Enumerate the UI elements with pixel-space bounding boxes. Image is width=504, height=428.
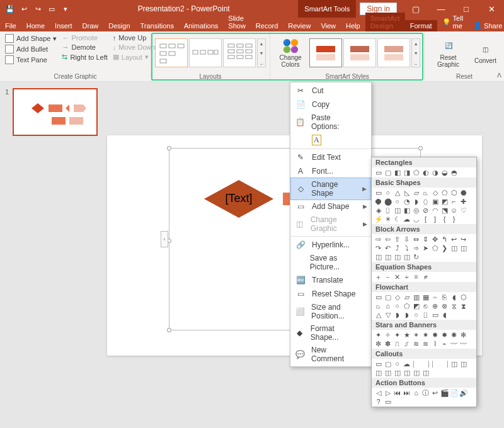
style-option-1[interactable] [309, 38, 342, 67]
shape-fc-card[interactable]: ◩ [411, 301, 421, 310]
shape-arrow-chevron[interactable]: ❯ [440, 244, 449, 252]
shape-callout-oval[interactable]: ○ [392, 359, 402, 368]
tab-smartart-design[interactable]: SmartArt Design [365, 13, 405, 31]
shape-brace2[interactable]: } [449, 215, 459, 223]
shape-fc-internal[interactable]: ▦ [421, 293, 430, 301]
shape-fc-or[interactable]: ⊗ [440, 301, 449, 310]
shape-chord[interactable]: ◗ [411, 197, 421, 206]
shape-arrow-circular[interactable]: ↻ [411, 252, 421, 261]
shape-arrow-uturn[interactable]: ↩ [449, 235, 459, 244]
shape-action-blank[interactable]: ▭ [383, 397, 392, 406]
shape-plaque[interactable]: ◈ [374, 206, 383, 215]
shape-folded[interactable]: ⬔ [440, 206, 449, 215]
shape-snip1[interactable]: ◧ [392, 168, 402, 177]
shape-double-wave[interactable]: 〰 [459, 339, 468, 348]
shape-moon[interactable]: ☾ [392, 215, 402, 223]
shape-dodecagon[interactable]: ○ [392, 197, 402, 206]
menu-edit-text[interactable]: ✎Edit Text [290, 150, 371, 164]
shape-arrow-callout-quad[interactable]: ◫ [402, 252, 411, 261]
shape-fc-connector[interactable]: ○ [392, 301, 402, 310]
right-to-left-button[interactable]: ⇆Right to Left [60, 52, 108, 62]
shape-octagon[interactable]: ⯃ [374, 197, 383, 206]
shape-multiply[interactable]: ✕ [392, 273, 402, 281]
menu-paste-text[interactable]: A [290, 133, 371, 147]
shape-can[interactable]: ⌷ [383, 206, 392, 215]
shape-arrow-lr[interactable]: ⇔ [411, 235, 421, 244]
menu-size-position[interactable]: ⬜Size and Position... [290, 301, 371, 322]
shape-fc-manual[interactable]: ⏢ [374, 301, 383, 310]
shape-oval[interactable]: ○ [383, 188, 392, 197]
style-option-2[interactable] [343, 38, 376, 67]
add-shape-button[interactable]: Add Shape ▾ [4, 33, 58, 43]
shape-wave[interactable]: 〰 [449, 339, 459, 348]
shape-cross[interactable]: ✚ [459, 197, 468, 206]
shape-arrow-bent[interactable]: ↰ [440, 235, 449, 244]
shape-brace[interactable]: { [440, 215, 449, 223]
shape-textbox[interactable]: ▭ [374, 188, 383, 197]
menu-translate[interactable]: 🔤Translate [290, 273, 371, 287]
shape-rtriangle[interactable]: ◺ [402, 188, 411, 197]
shape-fc-direct[interactable]: ▭ [430, 310, 440, 319]
add-bullet-button[interactable]: Add Bullet [4, 44, 58, 54]
shape-arrow-curved-l[interactable]: ↶ [383, 244, 392, 252]
shape-arrow-luturn[interactable]: ↪ [459, 235, 468, 244]
shape-hexagon[interactable]: ⬡ [449, 188, 459, 197]
shape-star16[interactable]: ✻ [459, 330, 468, 339]
tab-file[interactable]: File [0, 20, 21, 31]
shape-bracket2[interactable]: ] [430, 215, 440, 223]
reset-graphic-button[interactable]: 🔄Reset Graphic [428, 33, 468, 72]
shape-rect[interactable]: ▭ [374, 168, 383, 177]
shape-action-begin[interactable]: ⏮ [392, 388, 402, 397]
layouts-scroll[interactable]: ▲▼⎯ [257, 38, 266, 67]
layouts-gallery[interactable]: ▲▼⎯ [155, 33, 266, 72]
scroll-more-icon[interactable]: ⎯ [258, 57, 265, 67]
shape-callout-line3[interactable]: ⎸ [430, 359, 440, 368]
shape-round1[interactable]: ◐ [421, 168, 430, 177]
shape-action-home[interactable]: ⌂ [411, 388, 421, 397]
shape-fc-delay[interactable]: ◗ [402, 310, 411, 319]
shape-fc-stored[interactable]: ◗ [392, 310, 402, 319]
shape-arrow-ud[interactable]: ⇕ [421, 235, 430, 244]
tab-design[interactable]: Design [103, 20, 135, 31]
shape-horizontal-scroll[interactable]: ⌁ [440, 339, 449, 348]
shape-arrow-r[interactable]: ⇨ [374, 235, 383, 244]
shape-block-arc[interactable]: ◠ [430, 206, 440, 215]
shape-star7[interactable]: ✷ [421, 330, 430, 339]
share-button[interactable]: 👤Share [468, 20, 504, 31]
shape-smiley[interactable]: ☺ [449, 206, 459, 215]
shape-ribbon-up[interactable]: ⎍ [392, 339, 402, 348]
menu-new-comment[interactable]: 💬New Comment [290, 344, 371, 365]
shape-fc-prep[interactable]: ⬡ [459, 293, 468, 301]
shape-plus[interactable]: ＋ [374, 273, 383, 281]
shape-diamond[interactable]: ◇ [430, 188, 440, 197]
tab-insert[interactable]: Insert [50, 20, 77, 31]
shape-arrow-callout-d[interactable]: ◫ [383, 252, 392, 261]
scroll-down-icon[interactable]: ▼ [258, 48, 265, 58]
tab-slideshow[interactable]: Slide Show [223, 13, 251, 31]
text-pane-toggle[interactable]: ‹ [161, 231, 168, 247]
menu-copy[interactable]: 📄Copy [290, 98, 371, 111]
shape-parallelogram[interactable]: ▱ [411, 188, 421, 197]
shape-callout-bent1[interactable]: ◫ [449, 359, 459, 368]
shape-fc-seq[interactable]: ○ [411, 310, 421, 319]
menu-font[interactable]: AFont... [290, 164, 371, 178]
shape-star12[interactable]: ✺ [449, 330, 459, 339]
scroll-up-icon[interactable]: ▲ [258, 39, 265, 48]
layout-button[interactable]: ▦Layout ▾ [112, 52, 157, 62]
tab-home[interactable]: Home [21, 20, 50, 31]
shape-fc-offpage[interactable]: ⬠ [402, 301, 411, 310]
save-icon[interactable]: 💾 [4, 3, 16, 15]
shape-fc-collate[interactable]: ⧖ [449, 301, 459, 310]
convert-button[interactable]: ◫Convert [471, 33, 500, 72]
qat-more-icon[interactable]: ▾ [59, 3, 72, 15]
shape-callout-line2[interactable]: ⎹ [421, 359, 430, 368]
shape-vertical-scroll[interactable]: ⌇ [430, 339, 440, 348]
menu-cut[interactable]: ✂Cut [290, 84, 371, 98]
shape-minus[interactable]: － [383, 273, 392, 281]
shape-ribbon-curved-up[interactable]: ≋ [411, 339, 421, 348]
shape-fc-terminator[interactable]: ◖ [449, 293, 459, 301]
layout-option-1[interactable] [155, 38, 188, 67]
shape-fc-multidoc[interactable]: ⎘ [440, 293, 449, 301]
scroll-more-icon[interactable]: ⎯ [412, 57, 420, 67]
shape-arrow-d[interactable]: ⇩ [402, 235, 411, 244]
